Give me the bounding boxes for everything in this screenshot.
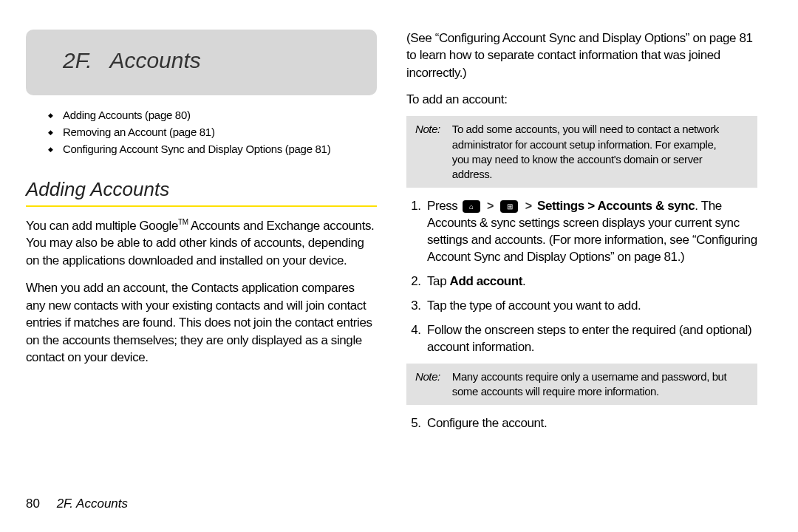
step-item: Follow the onscreen steps to enter the r… [424, 322, 757, 356]
subheading: To add an account: [406, 92, 757, 109]
chapter-banner: 2F. Accounts [26, 30, 377, 95]
left-column: 2F. Accounts Adding Accounts (page 80) R… [26, 30, 392, 510]
trademark-superscript: TM [178, 218, 188, 226]
note-text: Many accounts require only a username an… [452, 369, 733, 400]
note-label: Note: [415, 369, 449, 384]
section-heading: Adding Accounts [26, 178, 377, 207]
home-glyph: ⌂ [469, 203, 474, 211]
chapter-title: 2F. Accounts [63, 48, 340, 73]
toc-list: Adding Accounts (page 80) Removing an Ac… [26, 109, 377, 160]
steps-list: Press ⌂ > ⊞ > Settings > Accounts & sync… [406, 198, 757, 356]
apps-key-icon: ⊞ [500, 200, 518, 213]
steps-list-cont: Configure the account. [406, 415, 757, 432]
toc-item: Adding Accounts (page 80) [48, 109, 377, 126]
grid-glyph: ⊞ [507, 203, 513, 211]
step-item: Tap Add account. [424, 273, 757, 290]
step-item: Press ⌂ > ⊞ > Settings > Accounts & sync… [424, 198, 757, 266]
page-number: 80 [26, 497, 40, 511]
text-fragment: You can add multiple Google [26, 219, 178, 233]
bold-text: Add account [450, 274, 523, 288]
note-text: To add some accounts, you will need to c… [452, 122, 733, 182]
step-item: Configure the account. [424, 415, 757, 432]
page-footer: 80 2F. Accounts [26, 497, 128, 511]
note-box: Note: To add some accounts, you will nee… [406, 116, 757, 188]
right-column: (See “Configuring Account Sync and Displ… [392, 30, 757, 510]
footer-chapter-ref: 2F. Accounts [57, 497, 128, 511]
home-key-icon: ⌂ [463, 200, 480, 213]
text-fragment: . [522, 274, 525, 288]
body-paragraph: When you add an account, the Contacts ap… [26, 279, 377, 366]
body-paragraph: You can add multiple GoogleTM Accounts a… [26, 217, 377, 269]
text-fragment: Press [427, 199, 461, 213]
chevron-right-icon: > [525, 198, 532, 214]
toc-item: Configuring Account Sync and Display Opt… [48, 143, 377, 160]
body-paragraph: (See “Configuring Account Sync and Displ… [406, 30, 757, 81]
chevron-right-icon: > [487, 198, 494, 214]
chapter-number: 2F. [63, 48, 92, 72]
bold-path: Settings > Accounts & sync [537, 199, 695, 213]
note-box: Note: Many accounts require only a usern… [406, 364, 757, 406]
chapter-name: Accounts [109, 48, 200, 72]
step-item: Tap the type of account you want to add. [424, 298, 757, 315]
document-page: 2F. Accounts Adding Accounts (page 80) R… [0, 0, 798, 532]
text-fragment: Tap [427, 274, 450, 288]
toc-item: Removing an Account (page 81) [48, 126, 377, 143]
note-label: Note: [415, 122, 449, 137]
